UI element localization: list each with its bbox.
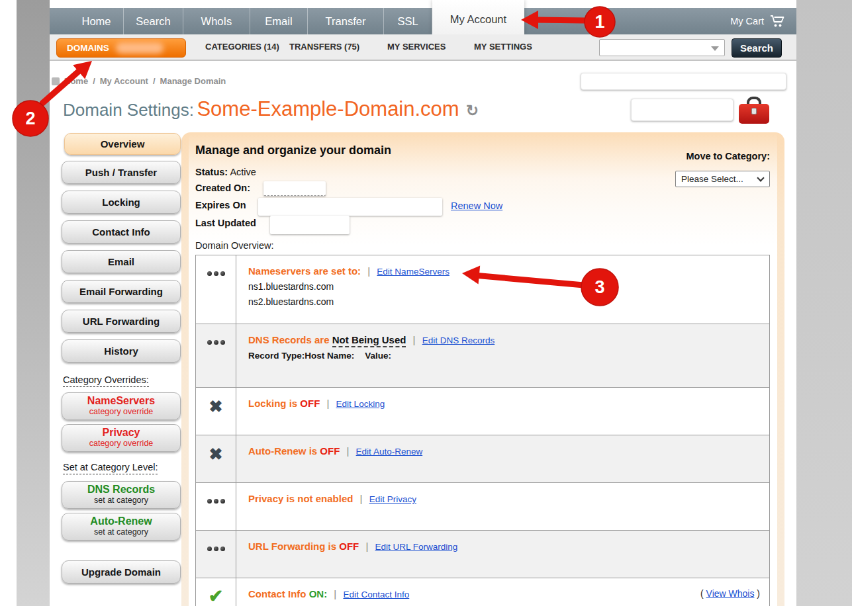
- table-row-dns-records: DNS Records are Not Being Used | Edit DN…: [196, 324, 769, 387]
- subnav-tab-domains[interactable]: DOMAINS: [56, 38, 186, 58]
- edit-url-forwarding-link[interactable]: Edit URL Forwarding: [375, 542, 458, 552]
- separator: |: [409, 334, 420, 345]
- upgrade-domain-button[interactable]: Upgrade Domain: [62, 560, 181, 584]
- sidebar-button-nameservers-override[interactable]: NameServers category override: [62, 392, 181, 420]
- separator: |: [363, 265, 374, 277]
- edit-privacy-link[interactable]: Edit Privacy: [369, 494, 416, 504]
- created-line: Created On:: [195, 183, 250, 193]
- sidebar-tab-overview[interactable]: Overview: [64, 133, 181, 155]
- dns-record-headers: Record Type:Host Name:Value:: [248, 351, 759, 361]
- expires-label: Expires On: [195, 200, 246, 210]
- row-label: Nameservers are set to:: [248, 265, 361, 277]
- subnav-item-categories[interactable]: CATEGORIES (14): [205, 34, 279, 60]
- status-label: Status:: [195, 167, 228, 177]
- sidebar-tab-history[interactable]: History: [62, 339, 181, 363]
- breadcrumb-my-account[interactable]: My Account: [100, 76, 148, 86]
- nav-tab-transfer[interactable]: Transfer: [308, 8, 384, 34]
- sidebar-tab-contact-info[interactable]: Contact Info: [62, 220, 181, 243]
- nav-tab-ssl[interactable]: SSL: [384, 8, 432, 34]
- right-page-margin: [796, 0, 852, 606]
- x-icon: ✖: [209, 446, 223, 482]
- table-row-nameservers: Nameservers are set to: | Edit NameServe…: [196, 255, 769, 324]
- updated-line: Last Updated: [195, 218, 256, 228]
- nav-tab-home[interactable]: Home: [70, 8, 124, 34]
- category-select-value: Please Select...: [681, 174, 743, 184]
- override-title: NameServers: [62, 395, 180, 407]
- subnav-item-my-settings[interactable]: MY SETTINGS: [474, 34, 532, 60]
- chevron-down-icon: [757, 174, 764, 181]
- override-subtitle: category override: [62, 439, 180, 448]
- subnav-item-my-services[interactable]: MY SERVICES: [387, 34, 446, 60]
- subnav-item-transfers[interactable]: TRANSFERS (75): [289, 34, 359, 60]
- category-subtitle: set at category: [62, 527, 180, 537]
- domain-overview-table: Nameservers are set to: | Edit NameServe…: [195, 255, 770, 616]
- table-row-url-forwarding: URL Forwarding is OFF | Edit URL Forward…: [196, 530, 769, 578]
- dots-icon: [207, 499, 225, 530]
- renew-now-link[interactable]: Renew Now: [451, 200, 502, 211]
- nav-tab-search[interactable]: Search: [124, 8, 183, 34]
- redacted-expiry-date: [258, 198, 442, 216]
- edit-contact-info-link[interactable]: Edit Contact Info: [343, 590, 409, 599]
- nav-tab-my-account[interactable]: My Account: [432, 0, 524, 34]
- refresh-icon[interactable]: ↻: [466, 102, 479, 119]
- row-status: Not Being Used: [332, 334, 406, 347]
- separator: |: [343, 445, 354, 457]
- dots-icon: [207, 340, 225, 387]
- x-icon: ✖: [209, 398, 223, 435]
- breadcrumb-home[interactable]: Home: [64, 76, 88, 86]
- home-icon: [52, 77, 60, 85]
- sidebar-tab-push-transfer[interactable]: Push / Transfer: [62, 161, 181, 184]
- domain-search-combobox[interactable]: [599, 39, 725, 56]
- redacted-updated-date: [270, 216, 350, 234]
- created-label: Created On:: [195, 183, 250, 193]
- sidebar-tab-email-forwarding[interactable]: Email Forwarding: [62, 280, 181, 303]
- sidebar-button-auto-renew-category[interactable]: Auto-Renew set at category: [62, 513, 181, 541]
- manage-domain-page: Home Search WhoIs Email Transfer SSL My …: [0, 0, 852, 616]
- toolbox-latch: [751, 108, 757, 114]
- row-label: Locking is: [248, 398, 297, 409]
- view-whois-link[interactable]: View Whois: [706, 588, 755, 599]
- edit-auto-renew-link[interactable]: Edit Auto-Renew: [356, 447, 423, 457]
- domain-search-input[interactable]: [602, 40, 708, 55]
- sidebar-button-dns-records-category[interactable]: DNS Records set at category: [62, 481, 181, 509]
- row-status: OFF: [339, 541, 359, 552]
- my-cart-label: My Cart: [730, 16, 764, 26]
- my-cart-button[interactable]: My Cart: [730, 8, 786, 34]
- sidebar-button-privacy-override[interactable]: Privacy category override: [62, 424, 181, 452]
- toolbox-icon[interactable]: [739, 97, 769, 124]
- separator: |: [356, 493, 367, 504]
- table-row-privacy: Privacy is not enabled | Edit Privacy: [196, 482, 769, 530]
- edit-dns-records-link[interactable]: Edit DNS Records: [422, 335, 495, 345]
- breadcrumb-separator: /: [153, 76, 156, 86]
- edit-nameservers-link[interactable]: Edit NameServers: [377, 267, 450, 277]
- viewport-cutoff: [0, 606, 852, 616]
- category-subtitle: set at category: [62, 496, 180, 505]
- edit-locking-link[interactable]: Edit Locking: [336, 399, 385, 409]
- redacted-created-date: [263, 181, 326, 196]
- search-button[interactable]: Search: [732, 38, 782, 58]
- separator: |: [361, 541, 372, 552]
- top-navigation-bar: Home Search WhoIs Email Transfer SSL My …: [50, 8, 796, 34]
- section-heading: Manage and organize your domain: [195, 144, 391, 157]
- nav-tab-email[interactable]: Email: [250, 8, 308, 34]
- row-label: DNS Records are: [248, 334, 330, 345]
- nameserver-entry: ns1.bluestardns.com: [248, 281, 759, 292]
- breadcrumb-separator: /: [93, 76, 95, 86]
- view-whois-wrap: ( View Whois ): [700, 588, 760, 599]
- expires-line: Expires On: [195, 200, 246, 210]
- sidebar-tab-email[interactable]: Email: [62, 250, 181, 273]
- breadcrumb-current: Manage Domain: [160, 76, 226, 86]
- nav-tab-whois[interactable]: WhoIs: [183, 8, 250, 34]
- top-nav-tabs: Home Search WhoIs Email Transfer SSL My …: [70, 8, 524, 34]
- sidebar-tab-locking[interactable]: Locking: [62, 191, 181, 214]
- redacted-domain-count: [116, 42, 164, 54]
- sidebar-tab-url-forwarding[interactable]: URL Forwarding: [62, 310, 181, 333]
- category-title: Auto-Renew: [62, 515, 180, 527]
- combobox-arrow-icon[interactable]: [711, 46, 719, 51]
- title-prefix: Domain Settings:: [63, 100, 194, 120]
- row-status: OFF: [320, 445, 340, 457]
- row-label: Auto-Renew is: [248, 445, 317, 457]
- page-title: Domain Settings: Some-Example-Domain.com…: [63, 97, 479, 121]
- account-sub-navigation: DOMAINS CATEGORIES (14) TRANSFERS (75) M…: [50, 34, 796, 61]
- category-select[interactable]: Please Select...: [675, 171, 770, 187]
